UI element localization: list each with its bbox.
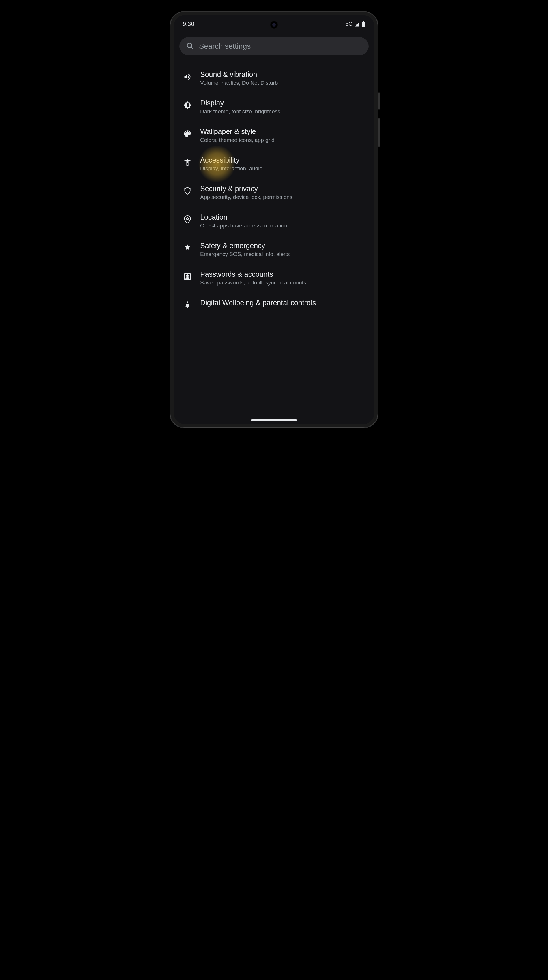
- accessibility-icon: [183, 158, 192, 167]
- battery-icon: [362, 21, 365, 27]
- settings-item-subtitle: On - 4 apps have access to location: [200, 223, 365, 229]
- wellbeing-icon: [183, 300, 192, 310]
- search-icon: [186, 42, 194, 51]
- settings-item-title: Location: [200, 213, 365, 221]
- svg-point-4: [189, 165, 189, 166]
- settings-item-text: Wallpaper & styleColors, themed icons, a…: [200, 127, 365, 143]
- svg-line-1: [191, 47, 193, 49]
- emergency-icon: [183, 243, 192, 253]
- search-placeholder: Search settings: [199, 42, 251, 51]
- camera-notch: [270, 21, 278, 29]
- settings-item-subtitle: Volume, haptics, Do Not Disturb: [200, 80, 365, 86]
- settings-item-text: Safety & emergencyEmergency SOS, medical…: [200, 242, 365, 258]
- gesture-nav-bar[interactable]: [251, 419, 297, 421]
- settings-item-text: DisplayDark theme, font size, brightness: [200, 99, 365, 115]
- settings-item-location[interactable]: LocationOn - 4 apps have access to locat…: [179, 207, 369, 235]
- svg-point-5: [186, 218, 189, 220]
- settings-item-subtitle: Dark theme, font size, brightness: [200, 108, 365, 115]
- settings-item-subtitle: Saved passwords, autofill, synced accoun…: [200, 280, 365, 286]
- settings-item-title: Digital Wellbeing & parental controls: [200, 299, 365, 307]
- settings-list: Sound & vibrationVolume, haptics, Do Not…: [174, 64, 374, 316]
- settings-item-text: Passwords & accountsSaved passwords, aut…: [200, 270, 365, 286]
- settings-item-text: Sound & vibrationVolume, haptics, Do Not…: [200, 70, 365, 86]
- signal-icon: [354, 22, 360, 27]
- svg-point-0: [187, 43, 191, 47]
- settings-item-accessibility[interactable]: AccessibilityDisplay, interaction, audio: [179, 150, 369, 178]
- location-icon: [183, 215, 192, 224]
- settings-item-title: Passwords & accounts: [200, 270, 365, 278]
- phone-device-frame: 9:30 5G Search settings Sound & vibratio…: [170, 11, 378, 428]
- status-icons-group: 5G: [346, 21, 365, 27]
- search-settings-bar[interactable]: Search settings: [179, 37, 369, 55]
- settings-item-text: LocationOn - 4 apps have access to locat…: [200, 213, 365, 229]
- svg-point-3: [187, 165, 188, 166]
- settings-item-wellbeing[interactable]: Digital Wellbeing & parental controls: [179, 292, 369, 316]
- svg-point-8: [187, 301, 188, 303]
- settings-item-volume[interactable]: Sound & vibrationVolume, haptics, Do Not…: [179, 64, 369, 92]
- account-icon: [183, 272, 192, 281]
- shield-icon: [183, 186, 192, 196]
- settings-item-text: Security & privacyApp security, device l…: [200, 185, 365, 200]
- palette-icon: [183, 129, 192, 138]
- settings-item-title: Security & privacy: [200, 185, 365, 193]
- settings-item-subtitle: Display, interaction, audio: [200, 165, 365, 172]
- settings-item-text: Digital Wellbeing & parental controls: [200, 299, 365, 308]
- svg-point-2: [186, 165, 186, 166]
- settings-item-subtitle: App security, device lock, permissions: [200, 194, 365, 200]
- settings-item-palette[interactable]: Wallpaper & styleColors, themed icons, a…: [179, 121, 369, 150]
- settings-item-subtitle: Emergency SOS, medical info, alerts: [200, 251, 365, 258]
- settings-item-text: AccessibilityDisplay, interaction, audio: [200, 156, 365, 172]
- settings-item-emergency[interactable]: Safety & emergencyEmergency SOS, medical…: [179, 235, 369, 264]
- status-time: 9:30: [183, 21, 194, 27]
- brightness-icon: [183, 100, 192, 110]
- volume-icon: [183, 72, 192, 81]
- settings-item-title: Wallpaper & style: [200, 127, 365, 136]
- svg-point-7: [186, 275, 189, 277]
- settings-item-title: Display: [200, 99, 365, 107]
- settings-item-brightness[interactable]: DisplayDark theme, font size, brightness: [179, 92, 369, 121]
- phone-screen: 9:30 5G Search settings Sound & vibratio…: [174, 15, 374, 424]
- settings-item-shield[interactable]: Security & privacyApp security, device l…: [179, 178, 369, 207]
- settings-item-account[interactable]: Passwords & accountsSaved passwords, aut…: [179, 264, 369, 292]
- settings-item-title: Safety & emergency: [200, 242, 365, 250]
- settings-item-subtitle: Colors, themed icons, app grid: [200, 137, 365, 143]
- settings-item-title: Sound & vibration: [200, 70, 365, 79]
- settings-item-title: Accessibility: [200, 156, 365, 164]
- network-type-label: 5G: [346, 21, 352, 27]
